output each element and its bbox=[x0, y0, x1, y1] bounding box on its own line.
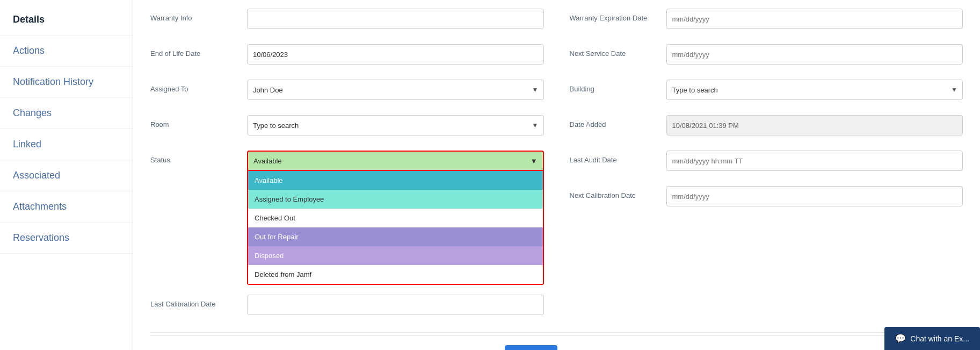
left-column: Warranty Info End of Life Date Assigned … bbox=[150, 9, 544, 330]
room-label: Room bbox=[150, 115, 247, 128]
main-content: Warranty Info End of Life Date Assigned … bbox=[133, 0, 980, 350]
last-audit-row: Last Audit Date bbox=[570, 151, 963, 176]
building-select[interactable]: Type to search bbox=[666, 80, 963, 100]
sidebar-item-actions[interactable]: Actions bbox=[0, 35, 133, 67]
warranty-expiration-row: Warranty Expiration Date bbox=[570, 9, 963, 34]
room-row: Room Type to search ▼ bbox=[150, 115, 544, 141]
next-service-input[interactable] bbox=[666, 44, 963, 65]
sidebar-item-details[interactable]: Details bbox=[0, 4, 133, 35]
status-option-assigned[interactable]: Assigned to Employee bbox=[248, 190, 543, 209]
next-service-label: Next Service Date bbox=[570, 44, 666, 58]
next-service-row: Next Service Date bbox=[570, 44, 963, 70]
sidebar-item-associated[interactable]: Associated bbox=[0, 160, 133, 191]
end-of-life-label: End of Life Date bbox=[150, 44, 247, 58]
end-of-life-input[interactable] bbox=[247, 44, 544, 65]
status-arrow-icon: ▼ bbox=[531, 157, 538, 165]
warranty-expiration-label: Warranty Expiration Date bbox=[570, 9, 666, 22]
last-calibration-row: Last Calibration Date bbox=[150, 295, 544, 320]
last-audit-input[interactable] bbox=[666, 151, 963, 171]
status-option-checked-out[interactable]: Checked Out bbox=[248, 209, 543, 227]
room-wrapper: Type to search ▼ bbox=[247, 115, 544, 135]
form-grid: Warranty Info End of Life Date Assigned … bbox=[150, 9, 963, 330]
date-added-row: Date Added bbox=[570, 115, 963, 141]
date-added-input bbox=[666, 115, 963, 135]
building-wrapper: Type to search ▼ bbox=[666, 80, 963, 100]
status-option-deleted-from-jamf[interactable]: Deleted from Jamf bbox=[248, 265, 543, 284]
save-button[interactable]: Save bbox=[505, 345, 557, 350]
warranty-info-label: Warranty Info bbox=[150, 9, 247, 22]
right-column: Warranty Expiration Date Next Service Da… bbox=[570, 9, 963, 330]
next-calibration-label: Next Calibration Date bbox=[570, 186, 666, 199]
last-audit-label: Last Audit Date bbox=[570, 151, 666, 164]
sidebar-item-attachments[interactable]: Attachments bbox=[0, 191, 133, 223]
status-option-disposed[interactable]: Disposed bbox=[248, 246, 543, 265]
status-row: Status Available ▼ Available Assigned to… bbox=[150, 151, 544, 176]
sidebar: Details Actions Notification History Cha… bbox=[0, 0, 133, 350]
status-value: Available bbox=[253, 157, 282, 165]
bottom-actions: Save Cancel bbox=[150, 335, 963, 350]
room-select[interactable]: Type to search bbox=[247, 115, 544, 135]
next-calibration-input[interactable] bbox=[666, 186, 963, 206]
assigned-to-wrapper: John Doe ▼ bbox=[247, 80, 544, 100]
assigned-to-row: Assigned To John Doe ▼ bbox=[150, 80, 544, 105]
form-area: Warranty Info End of Life Date Assigned … bbox=[133, 0, 980, 350]
chat-button[interactable]: 💬 Chat with an Ex... bbox=[884, 327, 980, 350]
assigned-to-select[interactable]: John Doe bbox=[247, 80, 544, 100]
chat-label: Chat with an Ex... bbox=[910, 334, 969, 343]
end-of-life-row: End of Life Date bbox=[150, 44, 544, 70]
assigned-to-label: Assigned To bbox=[150, 80, 247, 93]
building-row: Building Type to search ▼ bbox=[570, 80, 963, 105]
date-added-label: Date Added bbox=[570, 115, 666, 128]
status-option-out-for-repair[interactable]: Out for Repair bbox=[248, 227, 543, 246]
sidebar-item-reservations[interactable]: Reservations bbox=[0, 223, 133, 254]
status-option-available[interactable]: Available bbox=[248, 171, 543, 190]
warranty-expiration-input[interactable] bbox=[666, 9, 963, 29]
cancel-button[interactable]: Cancel bbox=[566, 345, 608, 350]
sidebar-item-notification-history[interactable]: Notification History bbox=[0, 67, 133, 98]
status-select-wrapper: Available ▼ Available Assigned to Employ… bbox=[247, 151, 544, 171]
chat-icon: 💬 bbox=[895, 333, 906, 344]
sidebar-item-linked[interactable]: Linked bbox=[0, 129, 133, 160]
status-dropdown: Available Assigned to Employee Checked O… bbox=[247, 171, 544, 285]
next-calibration-row: Next Calibration Date bbox=[570, 186, 963, 212]
warranty-info-input[interactable] bbox=[247, 9, 544, 29]
sidebar-item-changes[interactable]: Changes bbox=[0, 98, 133, 129]
last-calibration-input[interactable] bbox=[247, 295, 544, 315]
last-calibration-label: Last Calibration Date bbox=[150, 295, 247, 308]
warranty-info-row: Warranty Info bbox=[150, 9, 544, 34]
status-label: Status bbox=[150, 151, 247, 164]
status-display[interactable]: Available ▼ bbox=[247, 151, 544, 171]
building-label: Building bbox=[570, 80, 666, 93]
